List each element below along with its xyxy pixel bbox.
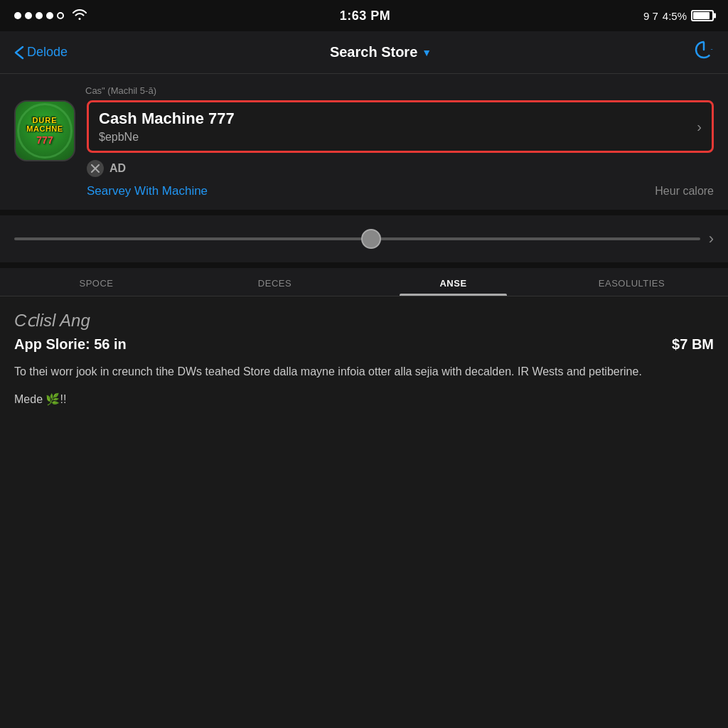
- tab-easolulties[interactable]: EASOLULTIES: [542, 268, 721, 296]
- dot3: [36, 12, 43, 19]
- divider-2: [0, 262, 728, 268]
- subtitle-left: App Slorie: 56 in: [14, 336, 127, 353]
- tabs-row: SPOCE DECES ANSE EASOLULTIES: [7, 268, 721, 296]
- tab-spoce-label: SPOCE: [79, 278, 113, 289]
- slider-thumb[interactable]: [361, 229, 381, 249]
- tab-easolulties-label: EASOLULTIES: [599, 278, 665, 289]
- dot4: [46, 12, 53, 19]
- nav-title: Search Store ▼: [330, 44, 432, 60]
- slider-next-icon[interactable]: ›: [709, 230, 714, 248]
- signal-strength: 9 7: [643, 10, 658, 22]
- slider-track[interactable]: [14, 237, 700, 240]
- app-info: Cash Machine 777 $epbNe › AD Searvey Wit…: [87, 100, 714, 198]
- app-highlighted-box[interactable]: Cash Machine 777 $epbNe ›: [87, 100, 714, 153]
- ad-close-button[interactable]: [87, 160, 104, 177]
- tab-spoce[interactable]: SPOCE: [7, 268, 186, 296]
- power-icon: [694, 40, 714, 60]
- section-subtitle: App Slorie: 56 in $7 BM: [14, 336, 714, 353]
- app-name: Cash Machine 777: [99, 109, 683, 128]
- app-card-section: Cas" (Machil 5-ā) DURE MACHNE 777 Cash M…: [0, 74, 728, 210]
- dot1: [14, 12, 21, 19]
- nav-title-chevron-icon[interactable]: ▼: [422, 47, 432, 58]
- status-time: 1:63 PM: [340, 9, 391, 23]
- app-chevron-right-icon: ›: [697, 119, 702, 135]
- divider-1: [0, 210, 728, 215]
- slider-section: ›: [0, 215, 728, 262]
- nav-bar: Delode Search Store ▼: [0, 31, 728, 74]
- section-title: Cᴄlisl Ang: [14, 311, 714, 331]
- status-left: [14, 9, 87, 23]
- wifi-icon: [73, 9, 87, 23]
- signal-dots: [14, 12, 64, 19]
- app-icon: DURE MACHNE 777: [14, 100, 75, 161]
- app-ad-row: AD: [87, 160, 714, 177]
- tab-anse[interactable]: ANSE: [364, 268, 542, 296]
- app-icon-wrapper[interactable]: DURE MACHNE 777: [14, 100, 75, 161]
- app-small-label: Cas" (Machil 5-ā): [14, 85, 714, 96]
- dot5: [57, 12, 64, 19]
- app-icon-inner: DURE MACHNE 777: [16, 102, 74, 160]
- dot2: [25, 12, 32, 19]
- power-button[interactable]: [694, 40, 714, 65]
- status-right: 9 7 4:5%: [643, 10, 714, 22]
- subtitle-right: $7 BM: [672, 336, 714, 353]
- footer-text: Mede 🌿!!: [14, 393, 66, 405]
- heur-calore-text: Heur calore: [655, 185, 714, 198]
- gear-circle-decoration: [17, 103, 73, 159]
- battery-icon: [691, 10, 714, 21]
- ad-label: AD: [109, 162, 126, 175]
- tab-deces-label: DECES: [258, 278, 291, 289]
- app-main-row: DURE MACHNE 777 Cash Machine 777 $epbNe …: [14, 100, 714, 198]
- tab-anse-label: ANSE: [439, 278, 466, 289]
- section-description: To thei worr jook in creunch tihe DWs te…: [14, 363, 714, 381]
- app-subtitle: $epbNe: [99, 131, 683, 144]
- tab-deces[interactable]: DECES: [186, 268, 364, 296]
- search-with-machine-link[interactable]: Searvey With Machine: [87, 184, 208, 198]
- back-chevron-icon: [14, 46, 24, 60]
- app-bottom-row: Searvey With Machine Heur calore: [87, 184, 714, 198]
- tabs-section: SPOCE DECES ANSE EASOLULTIES: [0, 268, 728, 296]
- nav-title-text: Search Store: [330, 44, 417, 60]
- status-bar: 1:63 PM 9 7 4:5%: [0, 0, 728, 31]
- main-content: Cᴄlisl Ang App Slorie: 56 in $7 BM To th…: [0, 296, 728, 420]
- back-label: Delode: [27, 45, 68, 60]
- section-footer: Mede 🌿!!: [14, 392, 714, 406]
- close-icon: [91, 164, 100, 173]
- battery-fill: [693, 12, 710, 19]
- battery-percent: 4:5%: [663, 10, 687, 22]
- back-button[interactable]: Delode: [14, 45, 68, 60]
